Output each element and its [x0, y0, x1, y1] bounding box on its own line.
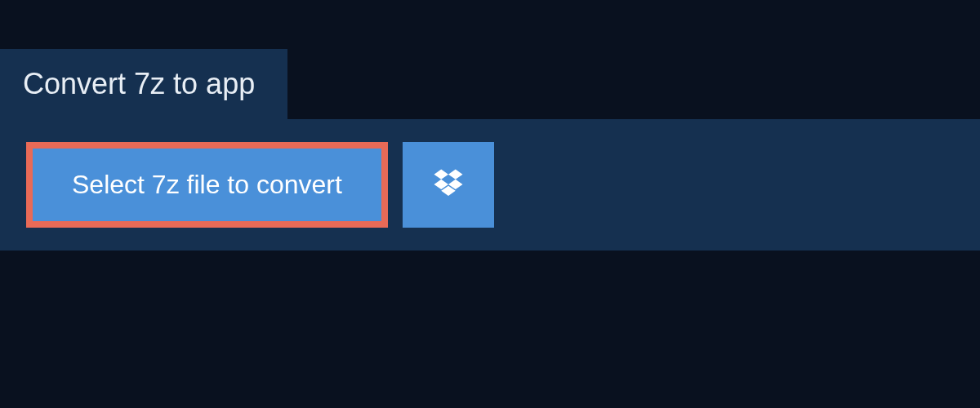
page-title: Convert 7z to app [23, 67, 255, 100]
tab-header: Convert 7z to app [0, 49, 287, 119]
dropbox-button[interactable] [403, 142, 494, 228]
dropbox-icon [431, 166, 466, 203]
select-file-button[interactable]: Select 7z file to convert [26, 142, 388, 228]
select-file-label: Select 7z file to convert [72, 170, 342, 200]
upload-panel: Select 7z file to convert [0, 119, 980, 251]
